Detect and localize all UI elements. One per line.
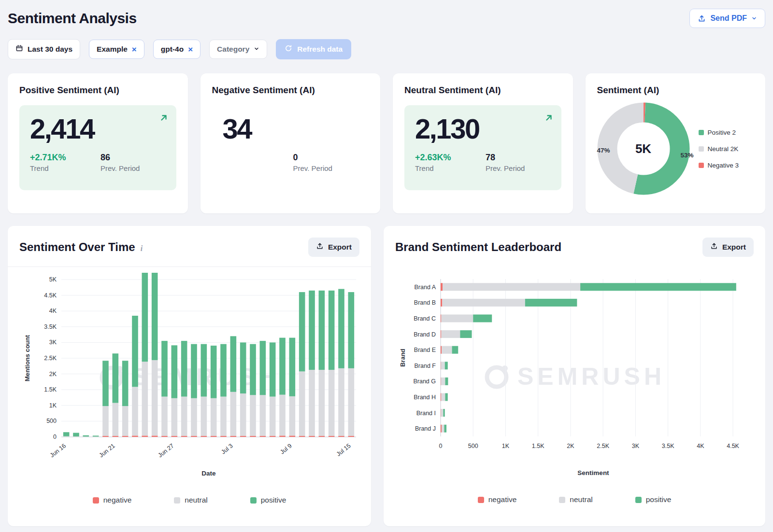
- bar-segment-neutral: [172, 398, 178, 436]
- kpi-panel: 34 0 Prev. Period: [212, 105, 369, 190]
- bar-segment-neutral: [211, 398, 217, 436]
- bar-segment-negative: [441, 393, 441, 401]
- bar-segment-negative: [441, 425, 442, 433]
- chart-title: Brand Sentiment Leaderboard: [395, 240, 561, 254]
- chart-text: 3K: [632, 443, 640, 449]
- prev-label: Prev. Period: [486, 164, 525, 172]
- kpi-panel: 2,130 +2.63K% Trend 78 Prev. Period: [404, 105, 561, 190]
- close-icon[interactable]: ×: [132, 45, 137, 54]
- chart-text: 4.5K: [727, 443, 739, 449]
- kpi-trend: +2.63K% Trend: [415, 153, 486, 172]
- bar-segment-negative: [319, 436, 325, 437]
- bar-segment-negative: [211, 436, 217, 437]
- chart-text: Brand G: [413, 378, 436, 385]
- export-button[interactable]: Export: [308, 238, 359, 257]
- sentiment-over-time-card: Sentiment Over Time i Export SEMRUSH: [8, 226, 371, 526]
- bar-segment-positive: [348, 292, 355, 368]
- chart-legend: negative neutral positive: [387, 490, 761, 517]
- bar-segment-negative: [220, 436, 227, 437]
- bar-segment-positive: [230, 336, 237, 392]
- bar-segment-neutral: [63, 436, 70, 437]
- bar-segment-positive: [172, 345, 178, 398]
- date-range-picker[interactable]: Last 30 days: [8, 39, 80, 59]
- bar-segment-positive: [445, 378, 448, 385]
- bar-segment-negative: [172, 436, 178, 437]
- chart-text: Brand F: [415, 363, 436, 369]
- close-icon[interactable]: ×: [188, 45, 193, 54]
- donut-center-value: 5K: [597, 102, 690, 195]
- bar-segment-neutral: [191, 398, 197, 436]
- bar-segment-negative: [260, 436, 266, 437]
- bar-segment-positive: [161, 341, 168, 396]
- kpi-stats: 0 Prev. Period: [223, 153, 358, 172]
- trend-up-arrow-icon: [544, 113, 554, 125]
- bar-segment-neutral: [441, 315, 473, 322]
- bar-segment-positive: [289, 338, 296, 396]
- chart-text: Jul 3: [220, 442, 234, 455]
- bar-segment-neutral: [220, 397, 227, 436]
- bar-segment-neutral: [132, 387, 138, 435]
- bar-segment-positive: [299, 292, 305, 371]
- export-button[interactable]: Export: [702, 238, 754, 257]
- bar-segment-neutral: [442, 299, 525, 307]
- bar-segment-negative: [338, 436, 344, 437]
- bar-segment-positive: [319, 291, 325, 370]
- bar-segment-positive: [73, 433, 79, 436]
- filter-chip-example[interactable]: Example ×: [89, 40, 144, 59]
- bar-segment-positive: [460, 330, 472, 338]
- category-dropdown[interactable]: Category: [209, 40, 267, 59]
- positive-swatch-icon: [250, 497, 257, 504]
- bar-segment-neutral: [348, 368, 355, 436]
- prev-label: Prev. Period: [100, 164, 140, 172]
- filter-chip-gpt-4o[interactable]: gpt-4o ×: [153, 40, 200, 59]
- bar-segment-positive: [525, 299, 577, 307]
- stacked-bar-chart: 05001K1.5K2K2.5K3K3.5K4K4.5K5KJun 16Jun …: [19, 273, 360, 491]
- bar-segment-neutral: [443, 283, 580, 291]
- chart-text: 2.5K: [44, 355, 57, 362]
- neutral-swatch-icon: [174, 497, 180, 504]
- neutral-sentiment-card: Neutral Sentiment (AI) 2,130 +2.63K% Tre…: [393, 73, 573, 213]
- chart-text: 3K: [49, 339, 57, 346]
- chart-text: 4K: [49, 308, 57, 314]
- chart-text: Brand D: [414, 331, 436, 338]
- chart-text: 0: [439, 443, 443, 449]
- kpi-prev: 0 Prev. Period: [293, 153, 332, 172]
- bar-segment-neutral: [240, 393, 246, 436]
- legend-label: positive: [261, 496, 286, 504]
- bar-segment-negative: [441, 330, 441, 338]
- export-icon: [316, 242, 324, 252]
- chart-title: Sentiment Over Time: [19, 240, 135, 254]
- sentiment-analysis-page: Sentiment Analysis Send PDF Last 30 days: [0, 0, 773, 532]
- bar-segment-negative: [309, 436, 315, 437]
- chart-text: 500: [468, 443, 478, 449]
- refresh-data-button[interactable]: Refresh data: [276, 39, 351, 59]
- positive-percent-label: 53%: [680, 152, 693, 159]
- bar-segment-positive: [152, 273, 158, 360]
- chip-label: gpt-4o: [161, 45, 184, 54]
- info-icon[interactable]: i: [141, 244, 143, 253]
- prev-value: 86: [100, 153, 140, 163]
- bar-segment-positive: [329, 291, 335, 370]
- legend-label: neutral: [185, 496, 207, 504]
- page-title: Sentiment Analysis: [8, 10, 137, 27]
- send-pdf-button[interactable]: Send PDF: [689, 9, 765, 28]
- chart-text: 2.5K: [597, 443, 609, 449]
- chart-text: 4.5K: [44, 292, 57, 299]
- chart-title-row: Brand Sentiment Leaderboard: [395, 240, 561, 254]
- brand-leaderboard-chart: SEMRUSH 05001K1.5K2K2.5K3K3.5K4K4.5KBran…: [384, 266, 765, 517]
- bar-segment-negative: [441, 283, 443, 291]
- bar-segment-negative: [441, 409, 441, 417]
- bar-segment-positive: [338, 289, 344, 368]
- chart-header: Brand Sentiment Leaderboard Export: [384, 226, 765, 266]
- chart-text: 3.5K: [662, 443, 674, 449]
- bar-segment-neutral: [338, 368, 344, 436]
- bar-segment-neutral: [441, 330, 460, 338]
- bar-segment-neutral: [230, 392, 237, 436]
- chart-text: 4K: [697, 443, 704, 449]
- bar-segment-positive: [93, 435, 99, 436]
- chart-text: Brand E: [414, 347, 436, 353]
- category-label: Category: [217, 45, 249, 54]
- bar-segment-negative: [152, 435, 158, 437]
- bar-segment-neutral: [289, 396, 296, 436]
- bar-segment-positive: [270, 342, 276, 396]
